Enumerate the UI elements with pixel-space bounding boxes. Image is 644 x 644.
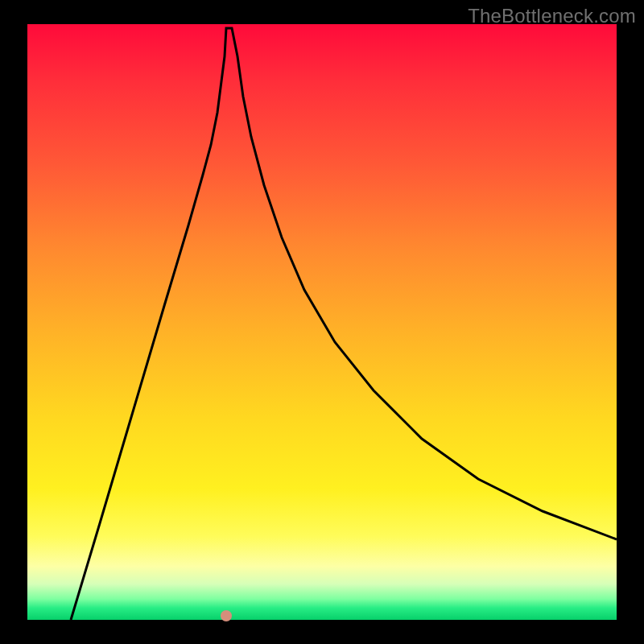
watermark-text: TheBottleneck.com <box>468 5 636 27</box>
curve-path <box>71 28 617 620</box>
curve-minimum-marker <box>221 610 232 621</box>
chart-plot-area <box>27 24 617 620</box>
bottleneck-curve <box>27 24 617 620</box>
